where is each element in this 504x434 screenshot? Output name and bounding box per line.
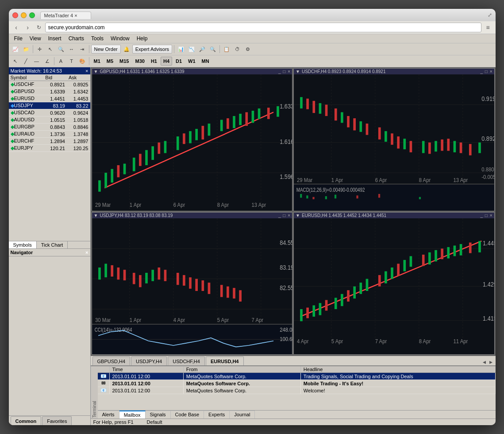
market-watch-row[interactable]: ◆USDCAD 0.9620 0.9624: [9, 109, 90, 116]
open-btn[interactable]: 📁: [21, 44, 31, 54]
menu-tools[interactable]: Tools: [88, 35, 107, 43]
indicator-btn[interactable]: 📊: [176, 44, 186, 54]
arrow-btn[interactable]: ↖: [46, 44, 55, 54]
zoom-in-btn[interactable]: 🔍: [56, 44, 66, 54]
period-m30[interactable]: M30: [132, 57, 147, 66]
period-w1[interactable]: W1: [185, 57, 198, 66]
chart1-expand[interactable]: ▼: [94, 69, 98, 74]
alert-btn[interactable]: 🔔: [122, 44, 131, 54]
forward-button[interactable]: ›: [23, 23, 33, 32]
market-watch-row[interactable]: ◆EURCHF 1.2894 1.2897: [9, 138, 90, 145]
chart-tabs-prev[interactable]: ◂: [481, 358, 487, 365]
prop-btn[interactable]: 📋: [222, 44, 231, 54]
chart2-body[interactable]: MACD(12,26,9)=0.00490-0.000492 0.919: [294, 74, 494, 211]
close-button[interactable]: [12, 12, 18, 18]
period-h1[interactable]: H1: [148, 57, 160, 66]
text-btn[interactable]: A: [56, 56, 66, 66]
menu-view[interactable]: View: [26, 35, 45, 43]
chart2-minimize[interactable]: _: [480, 69, 483, 74]
chart-tab-usdjpy[interactable]: USDJPY,H4: [131, 356, 167, 365]
period-m1[interactable]: M1: [91, 57, 103, 66]
chart-tab-eurusd[interactable]: EURUSD,H4: [206, 356, 244, 365]
maximize-button[interactable]: [29, 12, 35, 18]
terminal-row[interactable]: 📧 2013.01.01 12:00 MetaQuotes Software C…: [98, 373, 496, 380]
chart1-close[interactable]: ×: [288, 69, 290, 74]
chart3-close[interactable]: ×: [288, 213, 290, 218]
chart2-close[interactable]: ×: [490, 69, 492, 74]
period-m15[interactable]: M15: [117, 57, 131, 66]
tab-common[interactable]: Common: [11, 416, 42, 425]
chart3-maximize[interactable]: □: [283, 213, 285, 218]
chart2-expand[interactable]: ▼: [296, 69, 300, 74]
magnify-btn[interactable]: 🔎: [197, 44, 207, 54]
period-h4[interactable]: H4: [161, 57, 172, 66]
new-chart-btn[interactable]: 📈: [11, 44, 20, 54]
browser-tab[interactable]: MetaTrader 4 ×: [40, 12, 91, 19]
line-studies-btn[interactable]: 📉: [187, 44, 196, 54]
text2-btn[interactable]: T: [67, 56, 77, 66]
chart3-minimize[interactable]: _: [278, 213, 281, 218]
menu-charts[interactable]: Charts: [65, 35, 88, 43]
temp-btn[interactable]: ⏱: [232, 44, 242, 54]
chart-tabs-next[interactable]: ▸: [488, 358, 494, 365]
menu-window[interactable]: Window: [107, 35, 133, 43]
chart1-maximize[interactable]: □: [283, 69, 285, 74]
term-tab-journal[interactable]: Journal: [230, 411, 255, 418]
dash-btn[interactable]: —: [32, 56, 42, 66]
term-tab-alerts[interactable]: Alerts: [98, 411, 119, 418]
line-btn[interactable]: ╱: [21, 56, 31, 66]
chart-shift-btn[interactable]: ⇥: [77, 44, 87, 54]
back-button[interactable]: ‹: [12, 23, 21, 32]
market-watch-row[interactable]: ◆EURGBP 0.8843 0.8846: [9, 124, 90, 131]
chart4-close[interactable]: ×: [490, 213, 492, 218]
chart-tab-gbpusd[interactable]: GBPUSD,H4: [92, 356, 131, 365]
chart2-maximize[interactable]: □: [485, 69, 488, 74]
menu-file[interactable]: File: [11, 35, 26, 43]
term-tab-signals[interactable]: Signals: [146, 411, 171, 418]
terminal-row[interactable]: ✉ 2013.01.01 12:00 MetaQuotes Software C…: [98, 380, 496, 387]
chart4-minimize[interactable]: _: [480, 213, 483, 218]
refresh-button[interactable]: ↻: [35, 23, 43, 32]
term-tab-codebase[interactable]: Code Base: [171, 411, 204, 418]
market-watch-row[interactable]: ◆USDJPY 83.19 83.22: [9, 102, 90, 109]
browser-menu-button[interactable]: ≡: [483, 23, 493, 32]
tab-tick-chart[interactable]: Tick Chart: [37, 241, 68, 248]
resize-icon[interactable]: ⤢: [488, 12, 492, 18]
period-d1[interactable]: D1: [173, 57, 185, 66]
period-m5[interactable]: M5: [104, 57, 116, 66]
arrow-tool-btn[interactable]: ↖: [11, 56, 20, 66]
chart3-expand[interactable]: ▼: [94, 213, 98, 218]
market-watch-row[interactable]: ◆AUDUSD 1.0515 1.0518: [9, 116, 90, 124]
terminal-row[interactable]: 📧 2013.01.01 12:00 MetaQuotes Software C…: [98, 387, 496, 394]
market-watch-close[interactable]: ×: [85, 68, 88, 74]
chart4-expand[interactable]: ▼: [296, 213, 300, 218]
menu-help[interactable]: Help: [133, 35, 151, 43]
new-order-btn[interactable]: New Order: [91, 45, 121, 54]
chart1-body[interactable]: 1.6339 1.6160 1.5965 29 Mar 1 Apr 6 Apr …: [92, 74, 292, 211]
color-btn[interactable]: 🎨: [77, 56, 87, 66]
angle-btn[interactable]: ∠: [42, 56, 52, 66]
market-watch-row[interactable]: ◆EURJPY 120.21 120.25: [9, 145, 90, 152]
market-watch-row[interactable]: ◆EURAUD 1.3736 1.3748: [9, 131, 90, 138]
term-tab-mailbox[interactable]: Mailbox: [119, 411, 146, 418]
market-watch-row[interactable]: ◆GBPUSD 1.6339 1.6342: [9, 88, 90, 95]
chart-tab-usdchf[interactable]: USDCHF,H4: [168, 356, 205, 365]
market-watch-row[interactable]: ◆USDCHF 0.8921 0.8925: [9, 81, 90, 88]
chart4-body[interactable]: 1.4451 1.4295 1.4150 4 Apr 5 Apr 7 Apr 8…: [294, 218, 494, 355]
market-watch-table-container[interactable]: Symbol Bid Ask ◆USDCHF 0.8921 0.8925 ◆GB…: [9, 74, 90, 241]
market-watch-row[interactable]: ◆EURUSD 1.4451 1.4453: [9, 95, 90, 102]
opt-btn[interactable]: ⚙: [243, 44, 253, 54]
chart3-body[interactable]: CCI(14)=-132.9064 248.062 100.658 84.55 …: [92, 218, 292, 355]
expert-advisors-btn[interactable]: Expert Advisors: [132, 45, 172, 54]
terminal-table-container[interactable]: Time From Headline 📧 2013.01.01 12:00 Me…: [98, 366, 496, 410]
term-tab-experts[interactable]: Experts: [204, 411, 230, 418]
tab-symbols[interactable]: Symbols: [9, 241, 37, 248]
chart4-maximize[interactable]: □: [485, 213, 488, 218]
period-mn[interactable]: MN: [199, 57, 212, 66]
tab-favorites[interactable]: Favorites: [42, 416, 72, 425]
crosshair-btn[interactable]: ✛: [35, 44, 45, 54]
scroll-btn[interactable]: ↔: [67, 44, 77, 54]
minimize-button[interactable]: [21, 12, 27, 18]
zoom-out-btn[interactable]: 🔍: [208, 44, 218, 54]
chart1-minimize[interactable]: _: [278, 69, 281, 74]
